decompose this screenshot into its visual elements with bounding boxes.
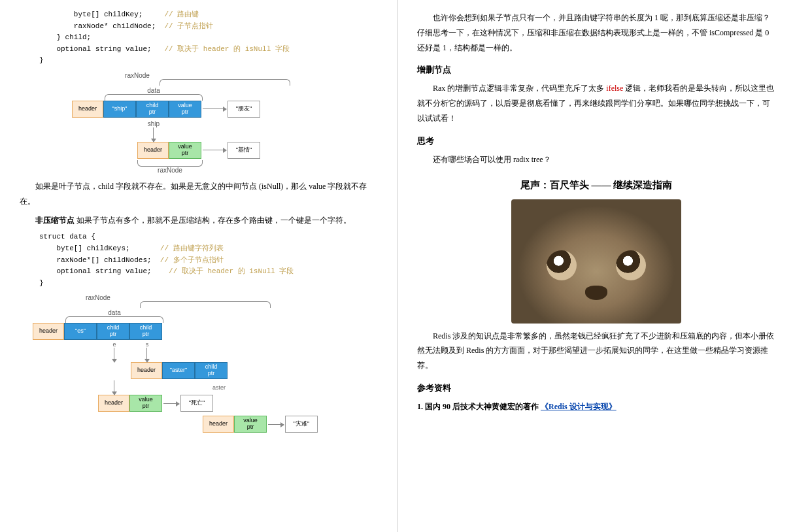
diagram-row-1: header "ship" child ptr value ptr "朋友" <box>72 101 378 118</box>
heading-epilogue: 尾声：百尺竿头 —— 继续深造指南 <box>417 179 775 191</box>
code-block-1: byte[] childKey; // 路由键 raxNode* childNo… <box>39 9 378 67</box>
diagram2-row-4: header value ptr "灾难" <box>203 416 378 433</box>
paragraph-noncompressed-lead: 非压缩节点 如果子节点有多个，那就不是压缩结构，存在多个路由键，一个键是一个字符… <box>20 213 378 228</box>
paragraph-think: 还有哪些场合可以使用 radix tree？ <box>417 152 775 167</box>
right-page: 也许你会想到如果子节点只有一个，并且路由键字符串的长度为 1 呢，那到底算压缩还… <box>398 0 795 532</box>
label-raxnode-2: raxNode <box>137 167 203 174</box>
arrow-down-icon <box>153 127 154 142</box>
diagram2-row-1: header "es" child ptr child ptr <box>33 323 378 340</box>
arrow-down-icon <box>146 348 147 362</box>
cell-header-4: header <box>131 362 162 379</box>
paragraph-leaf: 如果是叶子节点，child 字段就不存在。如果是无意义的中间节点 (isNull… <box>20 179 378 209</box>
paragraph-epilogue: Redis 涉及的知识点是非常繁多的，虽然老钱已经疯狂扩充了不少进阶和压箱底的内… <box>417 329 775 373</box>
paragraph-add-delete: Rax 的增删节点逻辑非常复杂，代码里充斥了太多 ifelse 逻辑，老师我看的… <box>417 81 775 125</box>
cell-childptr-c: child ptr <box>195 362 228 379</box>
label-e: e <box>98 341 131 348</box>
label-raxnode: raxNode <box>72 72 203 79</box>
cell-disaster: "灾难" <box>285 416 318 433</box>
label-aster: aster <box>212 384 226 391</box>
cell-death: "死亡" <box>180 395 213 412</box>
code-block-2: struct data { byte[] childKeys; // 路由键字符… <box>39 231 378 289</box>
reference-item-1: 1. 国内 90 后技术大神黄健宏的著作 《Redis 设计与实现》 <box>417 399 775 414</box>
diagram-compressed-node: raxNode data header "ship" child ptr val… <box>72 72 378 174</box>
diagram-noncompressed-node: raxNode data header "es" child ptr child… <box>33 294 378 433</box>
diagram2-row-3: header value ptr "死亡" <box>98 395 378 412</box>
cell-header: header <box>72 101 103 118</box>
cell-valueptr-2: value ptr <box>169 142 201 159</box>
heading-think: 思考 <box>417 135 775 147</box>
cell-header-3: header <box>33 323 64 340</box>
arrow-icon <box>163 403 179 404</box>
left-page: byte[] childKey; // 路由键 raxNode* childNo… <box>0 0 398 532</box>
cell-es: "es" <box>64 323 97 340</box>
cell-childptr-b: child ptr <box>129 323 162 340</box>
label-raxnode-3: raxNode <box>33 294 163 301</box>
heading-add-delete: 增删节点 <box>417 64 775 76</box>
label-data: data <box>105 87 203 94</box>
diagram-row-2: header value ptr "基情" <box>137 142 378 159</box>
cell-friend: "朋友" <box>228 101 260 118</box>
arrow-icon <box>203 150 226 150</box>
paragraph-compress-question: 也许你会想到如果子节点只有一个，并且路由键字符串的长度为 1 呢，那到底算压缩还… <box>417 10 775 55</box>
arrow-down-icon <box>114 348 114 362</box>
arrow-down-icon <box>114 380 114 395</box>
cell-header-2: header <box>137 142 169 159</box>
heading-references: 参考资料 <box>417 382 775 394</box>
cell-header-5: header <box>98 395 129 412</box>
cell-aster: "aster" <box>162 362 195 379</box>
label-shipword: ship <box>137 120 170 127</box>
cell-childptr: child ptr <box>136 101 169 118</box>
cell-ship: "ship" <box>103 101 136 118</box>
reference-link-1[interactable]: 《Redis 设计与实现》 <box>541 402 617 411</box>
cell-valueptr-4: value ptr <box>234 416 267 433</box>
arrow-icon <box>268 424 284 425</box>
cell-valueptr-3: value ptr <box>129 395 162 412</box>
diagram2-row-2: header "aster" child ptr <box>131 362 378 379</box>
cell-base: "基情" <box>228 142 260 159</box>
cell-header-6: header <box>203 416 234 433</box>
cell-childptr-a: child ptr <box>97 323 129 340</box>
label-s: s <box>131 341 163 348</box>
sloth-image <box>511 199 681 324</box>
arrow-icon <box>203 108 226 109</box>
label-data-2: data <box>65 309 163 316</box>
cell-valueptr: value ptr <box>169 101 201 118</box>
